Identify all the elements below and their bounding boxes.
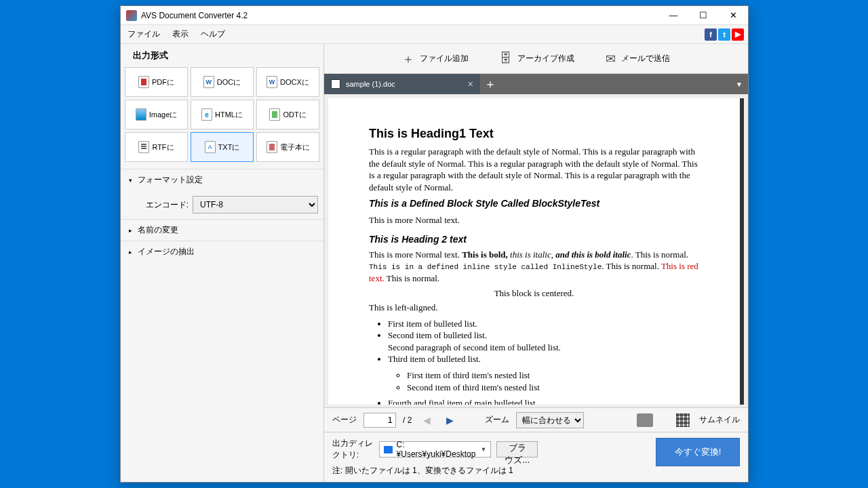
format-pdf[interactable]: PDFに xyxy=(125,67,188,97)
chevron-right-icon: ▸ xyxy=(129,227,132,234)
html-icon xyxy=(201,108,212,121)
paragraph: This is more Normal text. xyxy=(369,214,699,226)
format-ebook[interactable]: 電子本に xyxy=(256,132,319,162)
page-input[interactable] xyxy=(363,413,396,428)
chevron-down-icon: ▼ xyxy=(480,446,486,453)
print-icon[interactable] xyxy=(637,413,653,427)
doc-icon xyxy=(203,76,214,88)
add-tab-button[interactable]: ＋ xyxy=(480,74,500,94)
window-title: AVS Document Converter 4.2 xyxy=(141,11,658,20)
zoom-label: ズーム xyxy=(485,414,509,426)
mixed-style-paragraph: This is more Normal text. This is bold, … xyxy=(369,249,699,285)
send-mail-button[interactable]: ✉メールで送信 xyxy=(600,49,675,69)
thumbnail-label: サムネイル xyxy=(699,414,740,426)
main-toolbar: ＋ファイル追加 🗄アーカイブ作成 ✉メールで送信 xyxy=(324,44,748,74)
format-image[interactable]: Imageに xyxy=(125,100,188,129)
left-paragraph: This is left-aligned. xyxy=(369,302,699,314)
facebook-icon[interactable]: f xyxy=(705,28,717,41)
footer: 出力ディレクトリ: C:¥Users¥yuki¥Desktop ▼ ブラウズ..… xyxy=(324,432,748,482)
format-odt[interactable]: ODTに xyxy=(256,100,319,129)
encode-label: エンコード: xyxy=(127,199,189,211)
document-preview[interactable]: This is Heading1 Text This is a regular … xyxy=(328,98,744,405)
output-dir-label: 出力ディレクトリ: xyxy=(332,438,374,461)
page-label: ページ xyxy=(332,414,357,426)
bulleted-list: First item of bulleted list. Second item… xyxy=(388,318,699,405)
thumbnail-icon[interactable] xyxy=(676,413,690,427)
format-txt[interactable]: TXTに xyxy=(191,132,254,162)
tab-label: sample (1).doc xyxy=(346,80,395,88)
mail-icon: ✉ xyxy=(606,52,616,66)
chevron-right-icon: ▸ xyxy=(129,249,132,256)
add-file-button[interactable]: ＋ファイル追加 xyxy=(397,48,474,70)
pdf-icon xyxy=(138,76,149,88)
tabs-bar: sample (1).doc × ＋ ▼ xyxy=(324,74,748,94)
encode-select[interactable]: UTF-8 xyxy=(193,196,318,214)
menu-help[interactable]: ヘルプ xyxy=(198,27,228,41)
browse-button[interactable]: ブラウズ... xyxy=(496,441,538,458)
image-icon xyxy=(136,108,146,121)
heading-2: This is Heading 2 text xyxy=(369,233,699,246)
format-settings-header[interactable]: ▾フォーマット設定 xyxy=(121,169,323,190)
sidebar: 出力形式 PDFに DOCに DOCXに Imageに HTMLに ODTに R… xyxy=(121,44,324,482)
close-button[interactable]: ✕ xyxy=(718,7,748,24)
extract-header[interactable]: ▸イメージの抽出 xyxy=(121,241,323,262)
format-docx[interactable]: DOCXに xyxy=(256,67,319,97)
odt-icon xyxy=(269,108,280,121)
preview-area: This is Heading1 Text This is a regular … xyxy=(324,94,748,407)
rtf-icon xyxy=(138,141,149,153)
format-rtf[interactable]: RTFに xyxy=(125,132,188,162)
heading-1: This is Heading1 Text xyxy=(369,125,699,142)
menu-view[interactable]: 表示 xyxy=(170,27,191,41)
convert-now-button[interactable]: 今すぐ変換! xyxy=(656,438,740,466)
youtube-icon[interactable]: ▶ xyxy=(732,28,744,41)
page-total: / 2 xyxy=(403,415,412,425)
chevron-down-icon: ▾ xyxy=(129,177,132,184)
txt-icon xyxy=(205,141,216,153)
rename-header[interactable]: ▸名前の変更 xyxy=(121,219,323,241)
monitor-icon xyxy=(384,446,393,453)
minimize-button[interactable]: — xyxy=(658,7,688,24)
block-style-heading: This is a Defined Block Style Called Blo… xyxy=(369,197,699,210)
ebook-icon xyxy=(267,141,277,153)
output-dir-select[interactable]: C:¥Users¥yuki¥Desktop ▼ xyxy=(379,441,492,458)
format-html[interactable]: HTMLに xyxy=(191,100,254,129)
menu-bar: ファイル 表示 ヘルプ f t ▶ xyxy=(121,25,748,44)
centered-paragraph: This block is centered. xyxy=(369,287,699,300)
twitter-icon[interactable]: t xyxy=(718,28,730,41)
document-tab[interactable]: sample (1).doc × xyxy=(324,74,480,94)
archive-icon: 🗄 xyxy=(500,52,512,66)
close-tab-icon[interactable]: × xyxy=(468,79,473,89)
maximize-button[interactable]: ☐ xyxy=(688,7,718,24)
plus-icon: ＋ xyxy=(402,51,414,67)
zoom-select[interactable]: 幅に合わせる xyxy=(516,412,584,428)
tab-menu-button[interactable]: ▼ xyxy=(730,74,748,94)
paragraph: This is a regular paragraph with the def… xyxy=(369,146,699,193)
next-page-button[interactable]: ▶ xyxy=(441,412,458,428)
menu-file[interactable]: ファイル xyxy=(125,27,163,41)
output-format-header: 出力形式 xyxy=(121,44,323,67)
status-note: 注: 開いたファイルは 1、変換できるファイルは 1 xyxy=(332,465,538,476)
preview-toolbar: ページ / 2 ◀ ▶ ズーム 幅に合わせる サムネイル xyxy=(324,407,748,432)
docx-icon xyxy=(267,76,277,88)
create-archive-button[interactable]: 🗄アーカイブ作成 xyxy=(494,49,580,68)
doc-icon xyxy=(331,79,340,89)
title-bar: AVS Document Converter 4.2 — ☐ ✕ xyxy=(121,6,748,25)
format-doc[interactable]: DOCに xyxy=(191,67,254,97)
app-icon xyxy=(126,10,137,21)
prev-page-button[interactable]: ◀ xyxy=(418,412,435,428)
